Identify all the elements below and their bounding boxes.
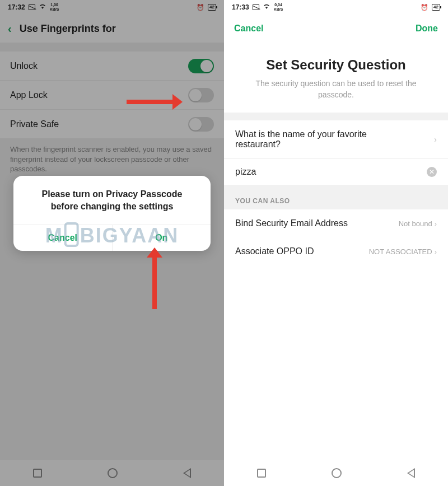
security-question-selector[interactable]: What is the name of your favorite restau… [224, 120, 448, 159]
associate-oppo-row[interactable]: Associate OPPO ID NOT ASSOCIATED › [224, 237, 448, 265]
setting-label: Private Safe [10, 119, 59, 129]
dialog-message: Please turn on Privacy Passcode before c… [13, 176, 211, 225]
clear-input-icon[interactable]: ✕ [427, 167, 437, 177]
chevron-right-icon: › [435, 247, 437, 256]
nav-recent-icon[interactable] [33, 469, 42, 478]
toggle-unlock[interactable] [188, 59, 214, 73]
done-button[interactable]: Done [416, 24, 438, 34]
status-bar: 17:32 1,00 KB/S ⏰ 42 [0, 0, 224, 15]
page-title: Use Fingerprints for [20, 23, 116, 35]
network-speed: 0,04 KB/S [274, 3, 283, 12]
settings-list: Unlock App Lock Private Safe [0, 43, 224, 139]
nav-bar [0, 460, 224, 486]
nav-bar [224, 460, 448, 486]
status-bar: 17:33 0,04 KB/S ⏰ 42 [224, 0, 448, 15]
nav-back-icon[interactable] [183, 468, 191, 478]
security-question-text: What is the name of your favorite restau… [235, 129, 409, 149]
status-time: 17:32 [8, 3, 25, 11]
battery-icon: 42 [208, 4, 216, 11]
setting-label: Unlock [10, 61, 38, 71]
status-time: 17:33 [232, 3, 249, 11]
wifi-icon [263, 3, 270, 11]
answer-input[interactable]: pizza [235, 167, 256, 177]
wifi-icon [39, 3, 46, 11]
section-header: YOU CAN ALSO [224, 185, 448, 209]
page-title: Set Security Question [224, 43, 448, 78]
bind-email-label: Bind Security Email Address [235, 218, 348, 228]
privacy-passcode-dialog: Please turn on Privacy Passcode before c… [13, 176, 211, 251]
nav-recent-icon[interactable] [257, 469, 266, 478]
cancel-button[interactable]: Cancel [234, 24, 263, 34]
phone-right: 17:33 0,04 KB/S ⏰ 42 Cancel Done Set Sec… [224, 0, 448, 486]
no-sim-icon [253, 4, 259, 10]
toggle-privatesafe[interactable] [188, 117, 214, 132]
page-subtitle: The security question can be used to res… [224, 78, 448, 113]
setting-row-privatesafe[interactable]: Private Safe [0, 110, 224, 139]
associate-oppo-status: NOT ASSOCIATED › [369, 247, 437, 256]
battery-icon: 42 [432, 4, 440, 11]
network-speed: 1,00 KB/S [50, 3, 59, 12]
dual-screenshot-container: 17:32 1,00 KB/S ⏰ 42 ‹ Use Fin [0, 0, 448, 486]
alarm-icon: ⏰ [421, 4, 428, 11]
chevron-right-icon: › [435, 219, 437, 228]
nav-back-icon[interactable] [407, 468, 415, 478]
back-icon[interactable]: ‹ [8, 22, 12, 35]
nav-home-icon[interactable] [332, 468, 342, 478]
modal-header: Cancel Done [224, 15, 448, 43]
toggle-applock[interactable] [188, 88, 214, 102]
setting-row-applock[interactable]: App Lock [0, 81, 224, 110]
alarm-icon: ⏰ [197, 4, 204, 11]
dialog-on-button[interactable]: On [113, 225, 211, 251]
bind-email-row[interactable]: Bind Security Email Address Not bound › [224, 209, 448, 237]
no-sim-icon [29, 4, 35, 10]
associate-oppo-label: Associate OPPO ID [235, 246, 314, 256]
bind-email-status: Not bound › [399, 219, 437, 228]
setting-label: App Lock [10, 90, 48, 100]
nav-home-icon[interactable] [108, 468, 118, 478]
dialog-cancel-button[interactable]: Cancel [13, 225, 113, 251]
page-header: ‹ Use Fingerprints for [0, 15, 224, 43]
phone-left: 17:32 1,00 KB/S ⏰ 42 ‹ Use Fin [0, 0, 224, 486]
setting-row-unlock[interactable]: Unlock [0, 52, 224, 81]
answer-input-row[interactable]: pizza ✕ [224, 159, 448, 185]
chevron-right-icon: › [434, 135, 437, 144]
